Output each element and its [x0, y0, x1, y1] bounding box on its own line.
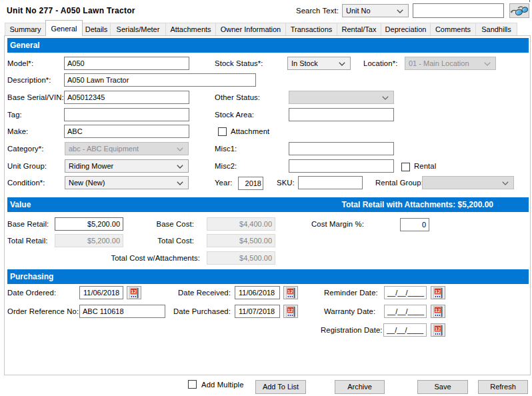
- svg-text:12: 12: [287, 289, 293, 295]
- svg-text:12: 12: [435, 307, 440, 313]
- svg-text:12: 12: [435, 289, 440, 295]
- svg-text:12: 12: [435, 326, 440, 332]
- svg-text:12: 12: [131, 289, 136, 295]
- svg-text:12: 12: [287, 307, 293, 313]
